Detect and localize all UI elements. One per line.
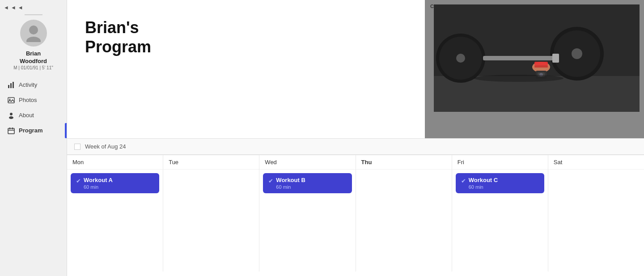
day-content-mon: ✔ Workout A 60 min xyxy=(67,170,163,197)
svg-rect-24 xyxy=(534,62,548,65)
image-icon xyxy=(7,96,15,104)
week-checkbox[interactable] xyxy=(74,144,80,150)
page-title: Brian's Program xyxy=(85,18,407,56)
avatar xyxy=(20,20,47,47)
sidebar-item-photos[interactable]: Photos xyxy=(0,93,67,108)
day-header-fri: Fri xyxy=(452,155,548,170)
user-silhouette-icon xyxy=(25,24,42,42)
day-content-fri: ✔ Workout C 60 min xyxy=(452,170,548,197)
day-header-thu: Thu xyxy=(356,155,452,170)
svg-point-0 xyxy=(29,25,38,34)
workout-c-check-icon: ✔ xyxy=(461,178,466,184)
bar-chart-icon xyxy=(7,81,15,89)
day-col-fri: Fri ✔ Workout C 60 min xyxy=(452,155,548,272)
svg-rect-4 xyxy=(13,82,14,88)
svg-point-29 xyxy=(474,75,564,82)
calendar-section: Week of Aug 24 Mon ✔ Workout A 60 min xyxy=(67,139,644,276)
workout-a-duration: 60 min xyxy=(84,184,113,190)
user-info: M | 01/01/91 | 5' 11" xyxy=(13,65,53,70)
cover-photo-area[interactable]: COVER PHOTO Photos must be .jpg, .jpeg, … xyxy=(425,0,644,138)
svg-rect-2 xyxy=(8,85,9,88)
day-content-sat xyxy=(548,170,644,177)
svg-rect-5 xyxy=(8,98,14,103)
sidebar-divider xyxy=(25,14,42,15)
day-content-wed: ✔ Workout B 60 min xyxy=(259,170,355,197)
calendar-icon xyxy=(7,127,15,135)
calendar-grid: Mon ✔ Workout A 60 min Tue xyxy=(67,155,644,272)
day-content-tue xyxy=(163,170,259,177)
cover-photo-image xyxy=(434,4,640,112)
week-label: Week of Aug 24 xyxy=(85,143,126,150)
day-col-sat: Sat xyxy=(548,155,644,272)
workout-b-check-icon: ✔ xyxy=(268,178,273,184)
svg-point-7 xyxy=(10,113,13,115)
svg-rect-9 xyxy=(8,128,14,134)
workout-c-duration: 60 min xyxy=(469,184,498,190)
svg-rect-25 xyxy=(534,65,548,68)
day-header-wed: Wed xyxy=(259,155,355,170)
svg-rect-21 xyxy=(483,56,555,60)
main-content: Brian's Program xyxy=(67,0,644,276)
program-title-area: Brian's Program xyxy=(67,0,425,138)
workout-card-c[interactable]: ✔ Workout C 60 min xyxy=(456,173,544,193)
workout-a-name: Workout A xyxy=(84,177,113,184)
workout-check-icon: ✔ xyxy=(76,178,81,184)
day-col-thu: Thu xyxy=(356,155,452,272)
day-header-mon: Mon xyxy=(67,155,163,170)
workout-c-name: Workout C xyxy=(469,177,498,184)
sidebar: ◄◄◄ Brian Woodford M | 01/01/91 | 5' 11"… xyxy=(0,0,67,276)
svg-point-17 xyxy=(456,54,465,63)
sidebar-item-activity[interactable]: Activity xyxy=(0,77,67,93)
user-name: Brian Woodford xyxy=(20,50,47,65)
workout-card-b[interactable]: ✔ Workout B 60 min xyxy=(263,173,352,193)
person-icon xyxy=(7,111,15,119)
sidebar-collapse-arrows[interactable]: ◄◄◄ xyxy=(0,4,23,11)
svg-rect-22 xyxy=(552,54,559,63)
day-col-tue: Tue xyxy=(163,155,259,272)
day-col-mon: Mon ✔ Workout A 60 min xyxy=(67,155,163,272)
svg-point-1 xyxy=(26,37,41,42)
svg-point-8 xyxy=(9,116,13,119)
day-content-thu xyxy=(356,170,452,177)
workout-b-duration: 60 min xyxy=(276,184,305,190)
sidebar-item-about[interactable]: About xyxy=(0,108,67,123)
svg-rect-3 xyxy=(10,83,12,88)
workout-card-a[interactable]: ✔ Workout A 60 min xyxy=(71,173,159,193)
day-header-tue: Tue xyxy=(163,155,259,170)
sidebar-item-program[interactable]: Program xyxy=(0,123,67,138)
svg-point-20 xyxy=(572,48,582,59)
top-section: Brian's Program xyxy=(67,0,644,139)
day-header-sat: Sat xyxy=(548,155,644,170)
day-col-wed: Wed ✔ Workout B 60 min xyxy=(259,155,356,272)
workout-b-name: Workout B xyxy=(276,177,305,184)
week-header: Week of Aug 24 xyxy=(67,139,644,155)
